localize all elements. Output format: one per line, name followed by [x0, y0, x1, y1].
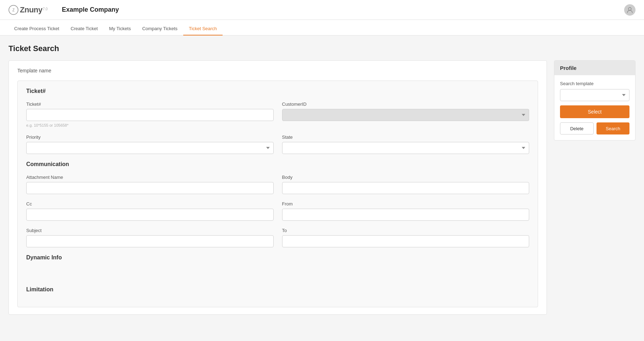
subject-input[interactable] [26, 235, 274, 247]
from-group: From [282, 201, 530, 221]
attachment-name-input[interactable] [26, 182, 274, 194]
inner-form: Ticket# Ticket# e.g. 10*5155 or 105658* … [17, 81, 538, 307]
svg-point-2 [628, 7, 631, 10]
priority-group: Priority [26, 134, 274, 154]
attachment-name-label: Attachment Name [26, 175, 274, 180]
select-button[interactable]: Select [560, 105, 629, 118]
company-name: Example Company [62, 6, 119, 13]
logo-area: Z Znuny7.0 [9, 5, 47, 15]
navigation: Create Process Ticket Create Ticket My T… [0, 20, 644, 35]
priority-label: Priority [26, 134, 274, 140]
customer-id-label: CustomerID [282, 101, 530, 107]
to-input[interactable] [282, 235, 530, 247]
header: Z Znuny7.0 Example Company [0, 0, 644, 20]
ticket-row-2: Priority State [26, 134, 529, 154]
ticket-section-title: Ticket# [26, 88, 529, 94]
cc-group: Cc [26, 201, 274, 221]
dynamic-info-section-title: Dynamic Info [26, 254, 529, 261]
template-name-label: Template name [17, 68, 538, 73]
delete-button[interactable]: Delete [560, 122, 594, 134]
ticket-number-input[interactable] [26, 109, 274, 121]
ticket-number-hint: e.g. 10*5155 or 105658* [26, 123, 274, 127]
main-layout: Template name Ticket# Ticket# e.g. 10*51… [9, 60, 635, 315]
nav-item-create-process-ticket[interactable]: Create Process Ticket [9, 22, 65, 35]
nav-item-my-tickets[interactable]: My Tickets [103, 22, 136, 35]
dynamic-info-content [26, 268, 529, 282]
form-card: Template name Ticket# Ticket# e.g. 10*51… [9, 60, 547, 315]
search-button[interactable]: Search [597, 122, 629, 134]
subject-group: Subject [26, 228, 274, 247]
communication-row-1: Attachment Name Body [26, 175, 529, 194]
customer-id-group: CustomerID [282, 101, 530, 127]
logo-version: 7.0 [43, 7, 48, 11]
body-group: Body [282, 175, 530, 194]
from-input[interactable] [282, 209, 530, 221]
to-group: To [282, 228, 530, 247]
cc-input[interactable] [26, 209, 274, 221]
user-avatar[interactable] [624, 4, 635, 16]
logo-text: Znuny [20, 5, 43, 14]
priority-select[interactable] [26, 142, 274, 154]
profile-sidebar: Profile Search template Select Delete Se… [554, 60, 635, 141]
nav-item-create-ticket[interactable]: Create Ticket [65, 22, 103, 35]
from-label: From [282, 201, 530, 207]
profile-actions: Delete Search [560, 122, 629, 134]
customer-id-select[interactable] [282, 109, 530, 121]
ticket-number-label: Ticket# [26, 101, 274, 107]
state-label: State [282, 134, 530, 140]
page-title: Ticket Search [9, 44, 635, 53]
profile-header: Profile [554, 61, 635, 75]
nav-item-ticket-search[interactable]: Ticket Search [183, 22, 223, 35]
nav-item-company-tickets[interactable]: Company Tickets [136, 22, 183, 35]
limitation-section-title: Limitation [26, 286, 529, 293]
attachment-name-group: Attachment Name [26, 175, 274, 194]
search-template-select[interactable] [560, 89, 629, 101]
profile-body: Search template Select Delete Search [554, 75, 635, 140]
cc-label: Cc [26, 201, 274, 207]
state-select[interactable] [282, 142, 530, 154]
znuny-logo-icon: Z [9, 5, 18, 15]
communication-section-title: Communication [26, 161, 529, 167]
communication-row-2: Cc From [26, 201, 529, 221]
to-label: To [282, 228, 530, 233]
search-template-label: Search template [560, 81, 629, 86]
ticket-row-1: Ticket# e.g. 10*5155 or 105658* Customer… [26, 101, 529, 127]
page-content: Ticket Search Template name Ticket# Tick… [0, 35, 644, 323]
subject-label: Subject [26, 228, 274, 233]
state-group: State [282, 134, 530, 154]
svg-text:Z: Z [12, 8, 15, 12]
communication-row-3: Subject To [26, 228, 529, 247]
ticket-number-group: Ticket# e.g. 10*5155 or 105658* [26, 101, 274, 127]
body-input[interactable] [282, 182, 530, 194]
body-label: Body [282, 175, 530, 180]
